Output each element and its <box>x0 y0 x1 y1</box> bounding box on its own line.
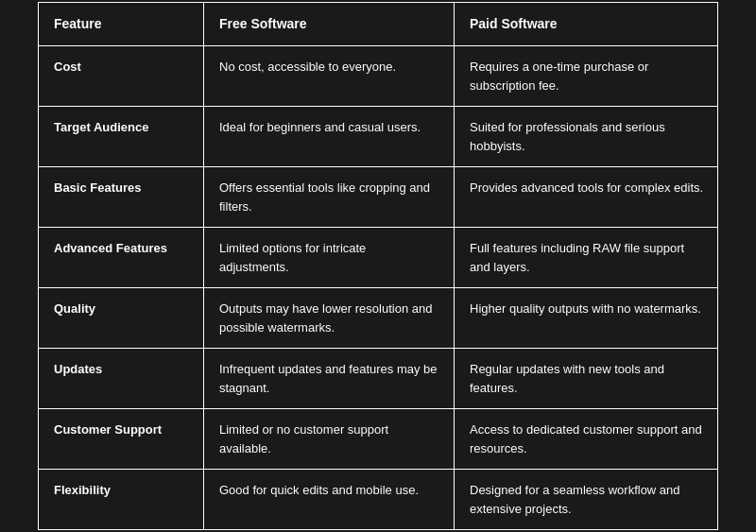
table-row: Advanced Features Limited options for in… <box>39 228 717 288</box>
table-row: Cost No cost, accessible to everyone. Re… <box>39 46 717 107</box>
feature-cost: Cost <box>39 46 204 106</box>
table-row: Customer Support Limited or no customer … <box>39 409 717 470</box>
free-quality: Outputs may have lower resolution and po… <box>204 288 455 348</box>
feature-flexibility: Flexibility <box>39 470 204 529</box>
feature-advanced: Advanced Features <box>39 228 204 287</box>
free-flexibility: Good for quick edits and mobile use. <box>204 470 455 529</box>
table-row: Updates Infrequent updates and features … <box>39 349 717 409</box>
header-paid: Paid Software <box>455 3 719 45</box>
paid-advanced: Full features including RAW file support… <box>455 228 719 287</box>
feature-updates: Updates <box>39 349 204 408</box>
paid-quality: Higher quality outputs with no watermark… <box>455 288 719 348</box>
table-header-row: Feature Free Software Paid Software <box>39 3 717 46</box>
paid-basic: Provides advanced tools for complex edit… <box>455 167 719 227</box>
free-cost: No cost, accessible to everyone. <box>204 46 455 106</box>
paid-flexibility: Designed for a seamless workflow and ext… <box>455 470 719 529</box>
free-basic: Offers essential tools like cropping and… <box>204 167 455 227</box>
paid-updates: Regular updates with new tools and featu… <box>455 349 719 408</box>
feature-audience: Target Audience <box>39 107 204 166</box>
header-feature: Feature <box>39 3 204 45</box>
free-updates: Infrequent updates and features may be s… <box>204 349 455 408</box>
table-row: Quality Outputs may have lower resolutio… <box>39 288 717 349</box>
header-free: Free Software <box>204 3 455 45</box>
table-row: Target Audience Ideal for beginners and … <box>39 107 717 167</box>
comparison-table: Feature Free Software Paid Software Cost… <box>38 2 718 530</box>
table-row: Basic Features Offers essential tools li… <box>39 167 717 228</box>
paid-audience: Suited for professionals and serious hob… <box>455 107 719 166</box>
feature-support: Customer Support <box>39 409 204 469</box>
feature-basic: Basic Features <box>39 167 204 227</box>
free-advanced: Limited options for intricate adjustment… <box>204 228 455 287</box>
table-row: Flexibility Good for quick edits and mob… <box>39 470 717 529</box>
paid-support: Access to dedicated customer support and… <box>455 409 719 469</box>
paid-cost: Requires a one-time purchase or subscrip… <box>455 46 719 106</box>
feature-quality: Quality <box>39 288 204 348</box>
free-audience: Ideal for beginners and casual users. <box>204 107 455 166</box>
free-support: Limited or no customer support available… <box>204 409 455 469</box>
